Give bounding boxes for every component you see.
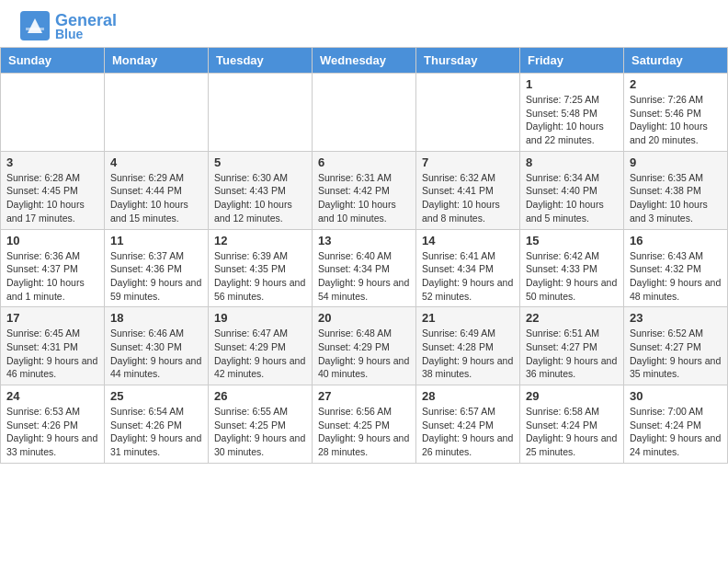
day-info: Sunrise: 6:51 AM Sunset: 4:27 PM Dayligh… [526, 327, 618, 381]
calendar-cell: 8Sunrise: 6:34 AM Sunset: 4:40 PM Daylig… [520, 151, 624, 229]
day-number: 8 [526, 155, 618, 169]
calendar-cell: 14Sunrise: 6:41 AM Sunset: 4:34 PM Dayli… [416, 229, 520, 307]
logo: General Blue [18, 9, 117, 42]
day-info: Sunrise: 7:26 AM Sunset: 5:46 PM Dayligh… [630, 93, 722, 147]
day-number: 17 [6, 311, 98, 325]
weekday-header-thursday: Thursday [416, 48, 520, 74]
calendar-cell: 16Sunrise: 6:43 AM Sunset: 4:32 PM Dayli… [624, 229, 728, 307]
day-number: 9 [630, 155, 722, 169]
day-number: 12 [214, 234, 306, 247]
calendar-cell: 12Sunrise: 6:39 AM Sunset: 4:35 PM Dayli… [209, 229, 313, 307]
calendar-cell: 7Sunrise: 6:32 AM Sunset: 4:41 PM Daylig… [416, 151, 520, 229]
day-info: Sunrise: 6:45 AM Sunset: 4:31 PM Dayligh… [6, 327, 98, 381]
day-number: 20 [318, 311, 410, 325]
day-info: Sunrise: 6:41 AM Sunset: 4:34 PM Dayligh… [422, 249, 514, 304]
page-header: General Blue [0, 0, 728, 47]
day-info: Sunrise: 6:49 AM Sunset: 4:28 PM Dayligh… [422, 327, 514, 381]
day-info: Sunrise: 6:35 AM Sunset: 4:38 PM Dayligh… [630, 171, 722, 225]
day-number: 18 [110, 311, 202, 325]
weekday-header-sunday: Sunday [1, 48, 105, 74]
calendar-week-1: 1Sunrise: 7:25 AM Sunset: 5:48 PM Daylig… [1, 74, 728, 152]
calendar-cell: 29Sunrise: 6:58 AM Sunset: 4:24 PM Dayli… [520, 385, 624, 464]
calendar-cell: 20Sunrise: 6:48 AM Sunset: 4:29 PM Dayli… [313, 307, 416, 385]
day-number: 24 [6, 389, 98, 403]
calendar-week-2: 3Sunrise: 6:28 AM Sunset: 4:45 PM Daylig… [1, 151, 728, 229]
calendar-cell: 22Sunrise: 6:51 AM Sunset: 4:27 PM Dayli… [520, 307, 624, 385]
calendar-cell: 6Sunrise: 6:31 AM Sunset: 4:42 PM Daylig… [313, 151, 416, 229]
day-number: 21 [422, 311, 514, 325]
calendar-week-5: 24Sunrise: 6:53 AM Sunset: 4:26 PM Dayli… [1, 385, 728, 464]
weekday-header-saturday: Saturday [624, 48, 728, 74]
day-number: 1 [526, 77, 618, 91]
weekday-header-monday: Monday [105, 48, 209, 74]
day-number: 29 [526, 389, 618, 403]
day-info: Sunrise: 6:48 AM Sunset: 4:29 PM Dayligh… [318, 327, 410, 381]
calendar-cell: 17Sunrise: 6:45 AM Sunset: 4:31 PM Dayli… [1, 307, 105, 385]
calendar-cell: 30Sunrise: 7:00 AM Sunset: 4:24 PM Dayli… [624, 385, 728, 464]
calendar-cell: 9Sunrise: 6:35 AM Sunset: 4:38 PM Daylig… [624, 151, 728, 229]
day-info: Sunrise: 6:46 AM Sunset: 4:30 PM Dayligh… [110, 327, 202, 381]
day-number: 5 [214, 155, 306, 169]
day-number: 25 [110, 389, 202, 403]
day-number: 14 [422, 234, 514, 247]
day-number: 7 [422, 155, 514, 169]
day-number: 2 [630, 77, 722, 91]
logo-icon [18, 9, 51, 42]
calendar-table: SundayMondayTuesdayWednesdayThursdayFrid… [0, 47, 728, 464]
calendar-cell-empty [105, 74, 209, 152]
calendar-cell: 5Sunrise: 6:30 AM Sunset: 4:43 PM Daylig… [209, 151, 313, 229]
day-number: 28 [422, 389, 514, 403]
day-number: 19 [214, 311, 306, 325]
calendar-cell: 10Sunrise: 6:36 AM Sunset: 4:37 PM Dayli… [1, 229, 105, 307]
calendar-cell: 15Sunrise: 6:42 AM Sunset: 4:33 PM Dayli… [520, 229, 624, 307]
day-number: 10 [6, 234, 98, 247]
day-info: Sunrise: 7:00 AM Sunset: 4:24 PM Dayligh… [630, 405, 722, 459]
calendar-cell: 18Sunrise: 6:46 AM Sunset: 4:30 PM Dayli… [105, 307, 209, 385]
calendar-cell: 3Sunrise: 6:28 AM Sunset: 4:45 PM Daylig… [1, 151, 105, 229]
day-number: 30 [630, 389, 722, 403]
calendar-week-3: 10Sunrise: 6:36 AM Sunset: 4:37 PM Dayli… [1, 229, 728, 307]
day-info: Sunrise: 6:29 AM Sunset: 4:44 PM Dayligh… [110, 171, 202, 225]
calendar-cell: 2Sunrise: 7:26 AM Sunset: 5:46 PM Daylig… [624, 74, 728, 152]
day-info: Sunrise: 6:40 AM Sunset: 4:34 PM Dayligh… [318, 249, 410, 304]
svg-rect-2 [26, 28, 44, 30]
day-info: Sunrise: 6:42 AM Sunset: 4:33 PM Dayligh… [526, 249, 618, 304]
day-info: Sunrise: 6:55 AM Sunset: 4:25 PM Dayligh… [214, 405, 306, 459]
day-info: Sunrise: 7:25 AM Sunset: 5:48 PM Dayligh… [526, 93, 618, 147]
calendar-cell: 11Sunrise: 6:37 AM Sunset: 4:36 PM Dayli… [105, 229, 209, 307]
calendar-cell: 28Sunrise: 6:57 AM Sunset: 4:24 PM Dayli… [416, 385, 520, 464]
calendar-cell: 19Sunrise: 6:47 AM Sunset: 4:29 PM Dayli… [209, 307, 313, 385]
calendar-cell: 13Sunrise: 6:40 AM Sunset: 4:34 PM Dayli… [313, 229, 416, 307]
calendar-cell-empty [209, 74, 313, 152]
day-info: Sunrise: 6:53 AM Sunset: 4:26 PM Dayligh… [6, 405, 98, 459]
day-info: Sunrise: 6:28 AM Sunset: 4:45 PM Dayligh… [6, 171, 98, 225]
calendar-week-4: 17Sunrise: 6:45 AM Sunset: 4:31 PM Dayli… [1, 307, 728, 385]
calendar-cell-empty [416, 74, 520, 152]
day-number: 16 [630, 234, 722, 247]
calendar-cell: 27Sunrise: 6:56 AM Sunset: 4:25 PM Dayli… [313, 385, 416, 464]
day-info: Sunrise: 6:36 AM Sunset: 4:37 PM Dayligh… [6, 249, 98, 304]
calendar-cell: 1Sunrise: 7:25 AM Sunset: 5:48 PM Daylig… [520, 74, 624, 152]
day-number: 27 [318, 389, 410, 403]
day-info: Sunrise: 6:56 AM Sunset: 4:25 PM Dayligh… [318, 405, 410, 459]
day-number: 26 [214, 389, 306, 403]
weekday-header-tuesday: Tuesday [209, 48, 313, 74]
day-info: Sunrise: 6:31 AM Sunset: 4:42 PM Dayligh… [318, 171, 410, 225]
calendar-cell: 21Sunrise: 6:49 AM Sunset: 4:28 PM Dayli… [416, 307, 520, 385]
calendar-cell: 23Sunrise: 6:52 AM Sunset: 4:27 PM Dayli… [624, 307, 728, 385]
day-number: 3 [6, 155, 98, 169]
weekday-header-friday: Friday [520, 48, 624, 74]
day-info: Sunrise: 6:34 AM Sunset: 4:40 PM Dayligh… [526, 171, 618, 225]
day-info: Sunrise: 6:52 AM Sunset: 4:27 PM Dayligh… [630, 327, 722, 381]
day-info: Sunrise: 6:39 AM Sunset: 4:35 PM Dayligh… [214, 249, 306, 304]
day-info: Sunrise: 6:32 AM Sunset: 4:41 PM Dayligh… [422, 171, 514, 225]
weekday-header-row: SundayMondayTuesdayWednesdayThursdayFrid… [1, 48, 728, 74]
day-number: 11 [110, 234, 202, 247]
day-info: Sunrise: 6:47 AM Sunset: 4:29 PM Dayligh… [214, 327, 306, 381]
calendar-cell: 24Sunrise: 6:53 AM Sunset: 4:26 PM Dayli… [1, 385, 105, 464]
day-number: 23 [630, 311, 722, 325]
day-info: Sunrise: 6:43 AM Sunset: 4:32 PM Dayligh… [630, 249, 722, 304]
weekday-header-wednesday: Wednesday [313, 48, 416, 74]
calendar-cell: 26Sunrise: 6:55 AM Sunset: 4:25 PM Dayli… [209, 385, 313, 464]
day-info: Sunrise: 6:30 AM Sunset: 4:43 PM Dayligh… [214, 171, 306, 225]
